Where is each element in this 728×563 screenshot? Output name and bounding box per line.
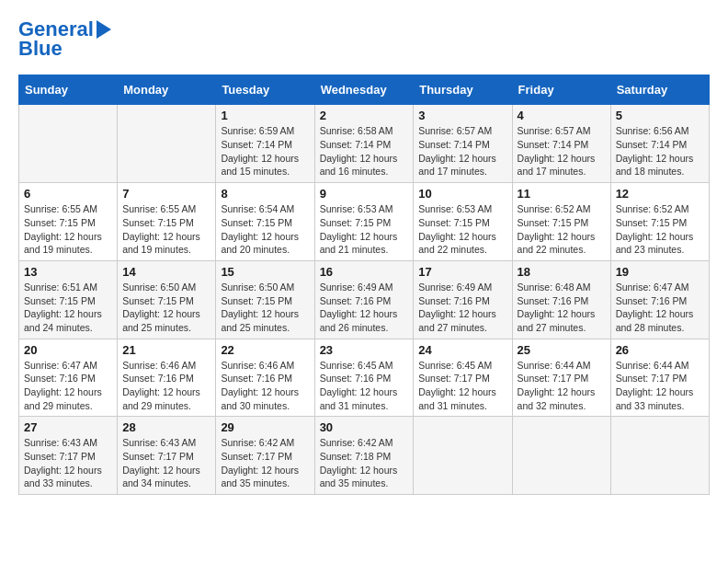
day-number: 9 bbox=[320, 187, 409, 201]
day-info: Sunrise: 6:57 AM Sunset: 7:14 PM Dayligh… bbox=[518, 124, 606, 178]
day-info: Sunrise: 6:45 AM Sunset: 7:17 PM Dayligh… bbox=[418, 359, 506, 413]
header-friday: Friday bbox=[512, 75, 610, 105]
day-info: Sunrise: 6:59 AM Sunset: 7:14 PM Dayligh… bbox=[221, 124, 309, 178]
calendar-cell: 14Sunrise: 6:50 AM Sunset: 7:15 PM Dayli… bbox=[118, 260, 216, 339]
calendar-cell bbox=[512, 417, 610, 495]
day-number: 5 bbox=[616, 109, 704, 122]
day-number: 20 bbox=[24, 343, 112, 357]
day-number: 15 bbox=[221, 265, 309, 279]
day-number: 25 bbox=[518, 343, 606, 357]
calendar-cell: 22Sunrise: 6:46 AM Sunset: 7:16 PM Dayli… bbox=[216, 339, 314, 417]
day-number: 12 bbox=[616, 187, 704, 201]
calendar-cell: 27Sunrise: 6:43 AM Sunset: 7:17 PM Dayli… bbox=[19, 417, 118, 495]
day-info: Sunrise: 6:53 AM Sunset: 7:15 PM Dayligh… bbox=[320, 202, 409, 257]
day-number: 29 bbox=[221, 420, 309, 434]
calendar-cell: 6Sunrise: 6:55 AM Sunset: 7:15 PM Daylig… bbox=[19, 183, 118, 261]
calendar-cell: 11Sunrise: 6:52 AM Sunset: 7:15 PM Dayli… bbox=[512, 183, 610, 261]
calendar-cell: 13Sunrise: 6:51 AM Sunset: 7:15 PM Dayli… bbox=[19, 260, 118, 339]
page-header: General Blue bbox=[18, 18, 710, 60]
calendar-cell: 5Sunrise: 6:56 AM Sunset: 7:14 PM Daylig… bbox=[610, 105, 709, 183]
day-info: Sunrise: 6:42 AM Sunset: 7:18 PM Dayligh… bbox=[320, 436, 409, 490]
calendar-week-3: 13Sunrise: 6:51 AM Sunset: 7:15 PM Dayli… bbox=[19, 260, 710, 339]
day-info: Sunrise: 6:44 AM Sunset: 7:17 PM Dayligh… bbox=[518, 359, 606, 413]
day-info: Sunrise: 6:46 AM Sunset: 7:16 PM Dayligh… bbox=[221, 359, 309, 413]
calendar-cell: 1Sunrise: 6:59 AM Sunset: 7:14 PM Daylig… bbox=[216, 105, 314, 183]
day-info: Sunrise: 6:52 AM Sunset: 7:15 PM Dayligh… bbox=[518, 202, 606, 257]
day-info: Sunrise: 6:43 AM Sunset: 7:17 PM Dayligh… bbox=[24, 436, 112, 490]
day-number: 7 bbox=[122, 187, 210, 201]
day-info: Sunrise: 6:54 AM Sunset: 7:15 PM Dayligh… bbox=[221, 202, 309, 257]
calendar-week-4: 20Sunrise: 6:47 AM Sunset: 7:16 PM Dayli… bbox=[19, 339, 710, 417]
day-info: Sunrise: 6:49 AM Sunset: 7:16 PM Dayligh… bbox=[418, 281, 506, 335]
day-info: Sunrise: 6:45 AM Sunset: 7:16 PM Dayligh… bbox=[320, 359, 409, 413]
day-info: Sunrise: 6:50 AM Sunset: 7:15 PM Dayligh… bbox=[221, 281, 309, 335]
day-number: 16 bbox=[320, 265, 409, 279]
day-number: 1 bbox=[221, 109, 309, 122]
header-tuesday: Tuesday bbox=[216, 75, 314, 105]
day-number: 23 bbox=[320, 343, 409, 357]
header-thursday: Thursday bbox=[414, 75, 512, 105]
calendar-week-1: 1Sunrise: 6:59 AM Sunset: 7:14 PM Daylig… bbox=[19, 105, 710, 183]
day-info: Sunrise: 6:55 AM Sunset: 7:15 PM Dayligh… bbox=[122, 202, 210, 257]
header-wednesday: Wednesday bbox=[314, 75, 414, 105]
calendar-cell: 8Sunrise: 6:54 AM Sunset: 7:15 PM Daylig… bbox=[216, 183, 314, 261]
calendar-cell: 25Sunrise: 6:44 AM Sunset: 7:17 PM Dayli… bbox=[512, 339, 610, 417]
day-info: Sunrise: 6:57 AM Sunset: 7:14 PM Dayligh… bbox=[418, 124, 506, 178]
calendar-cell: 29Sunrise: 6:42 AM Sunset: 7:17 PM Dayli… bbox=[216, 417, 314, 495]
day-info: Sunrise: 6:47 AM Sunset: 7:16 PM Dayligh… bbox=[24, 359, 112, 413]
day-number: 17 bbox=[418, 265, 506, 279]
calendar-cell bbox=[610, 417, 709, 495]
calendar-cell: 17Sunrise: 6:49 AM Sunset: 7:16 PM Dayli… bbox=[414, 260, 512, 339]
day-info: Sunrise: 6:48 AM Sunset: 7:16 PM Dayligh… bbox=[518, 281, 606, 335]
day-info: Sunrise: 6:50 AM Sunset: 7:15 PM Dayligh… bbox=[122, 281, 210, 335]
calendar-cell: 26Sunrise: 6:44 AM Sunset: 7:17 PM Dayli… bbox=[610, 339, 709, 417]
day-number: 24 bbox=[418, 343, 506, 357]
calendar-cell: 20Sunrise: 6:47 AM Sunset: 7:16 PM Dayli… bbox=[19, 339, 118, 417]
day-info: Sunrise: 6:44 AM Sunset: 7:17 PM Dayligh… bbox=[616, 359, 704, 413]
day-number: 26 bbox=[616, 343, 704, 357]
logo-text-blue: Blue bbox=[18, 38, 63, 60]
day-number: 2 bbox=[320, 109, 409, 122]
calendar-cell: 7Sunrise: 6:55 AM Sunset: 7:15 PM Daylig… bbox=[118, 183, 216, 261]
calendar-cell: 10Sunrise: 6:53 AM Sunset: 7:15 PM Dayli… bbox=[414, 183, 512, 261]
calendar-cell: 3Sunrise: 6:57 AM Sunset: 7:14 PM Daylig… bbox=[414, 105, 512, 183]
day-info: Sunrise: 6:53 AM Sunset: 7:15 PM Dayligh… bbox=[418, 202, 506, 257]
calendar-cell bbox=[414, 417, 512, 495]
calendar-week-2: 6Sunrise: 6:55 AM Sunset: 7:15 PM Daylig… bbox=[19, 183, 710, 261]
calendar-cell: 18Sunrise: 6:48 AM Sunset: 7:16 PM Dayli… bbox=[512, 260, 610, 339]
calendar-cell: 9Sunrise: 6:53 AM Sunset: 7:15 PM Daylig… bbox=[314, 183, 414, 261]
calendar-cell: 21Sunrise: 6:46 AM Sunset: 7:16 PM Dayli… bbox=[118, 339, 216, 417]
day-info: Sunrise: 6:49 AM Sunset: 7:16 PM Dayligh… bbox=[320, 281, 409, 335]
header-sunday: Sunday bbox=[19, 75, 118, 105]
day-number: 4 bbox=[518, 109, 606, 122]
day-info: Sunrise: 6:47 AM Sunset: 7:16 PM Dayligh… bbox=[616, 281, 704, 335]
calendar-cell bbox=[19, 105, 118, 183]
calendar-cell: 15Sunrise: 6:50 AM Sunset: 7:15 PM Dayli… bbox=[216, 260, 314, 339]
calendar-cell bbox=[118, 105, 216, 183]
day-info: Sunrise: 6:55 AM Sunset: 7:15 PM Dayligh… bbox=[24, 202, 112, 257]
calendar-cell: 2Sunrise: 6:58 AM Sunset: 7:14 PM Daylig… bbox=[314, 105, 414, 183]
calendar-week-5: 27Sunrise: 6:43 AM Sunset: 7:17 PM Dayli… bbox=[19, 417, 710, 495]
header-saturday: Saturday bbox=[610, 75, 709, 105]
calendar-header-row: SundayMondayTuesdayWednesdayThursdayFrid… bbox=[19, 75, 710, 105]
day-info: Sunrise: 6:52 AM Sunset: 7:15 PM Dayligh… bbox=[616, 202, 704, 257]
day-info: Sunrise: 6:56 AM Sunset: 7:14 PM Dayligh… bbox=[616, 124, 704, 178]
day-number: 18 bbox=[518, 265, 606, 279]
calendar-cell: 4Sunrise: 6:57 AM Sunset: 7:14 PM Daylig… bbox=[512, 105, 610, 183]
calendar-cell: 16Sunrise: 6:49 AM Sunset: 7:16 PM Dayli… bbox=[314, 260, 414, 339]
day-number: 30 bbox=[320, 420, 409, 434]
day-info: Sunrise: 6:42 AM Sunset: 7:17 PM Dayligh… bbox=[221, 436, 309, 490]
calendar-cell: 12Sunrise: 6:52 AM Sunset: 7:15 PM Dayli… bbox=[610, 183, 709, 261]
calendar-cell: 28Sunrise: 6:43 AM Sunset: 7:17 PM Dayli… bbox=[118, 417, 216, 495]
day-number: 6 bbox=[24, 187, 112, 201]
day-number: 13 bbox=[24, 265, 112, 279]
day-number: 11 bbox=[518, 187, 606, 201]
day-number: 28 bbox=[122, 420, 210, 434]
day-number: 10 bbox=[418, 187, 506, 201]
day-info: Sunrise: 6:43 AM Sunset: 7:17 PM Dayligh… bbox=[122, 436, 210, 490]
day-number: 22 bbox=[221, 343, 309, 357]
day-info: Sunrise: 6:46 AM Sunset: 7:16 PM Dayligh… bbox=[122, 359, 210, 413]
day-number: 19 bbox=[616, 265, 704, 279]
day-info: Sunrise: 6:51 AM Sunset: 7:15 PM Dayligh… bbox=[24, 281, 112, 335]
calendar-cell: 24Sunrise: 6:45 AM Sunset: 7:17 PM Dayli… bbox=[414, 339, 512, 417]
